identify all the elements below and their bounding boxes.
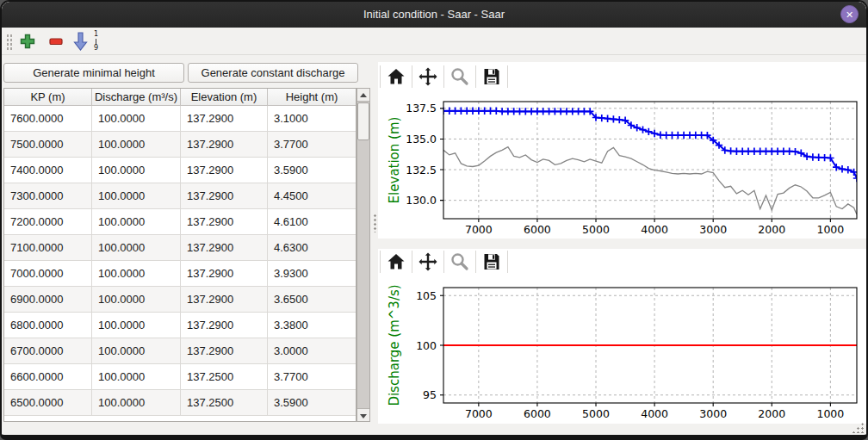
- table-cell[interactable]: 137.2900: [181, 235, 268, 261]
- table-cell[interactable]: 100.0000: [92, 235, 181, 261]
- plots-divider: [378, 239, 866, 249]
- table-cell[interactable]: 137.2900: [181, 313, 268, 338]
- table-row: 7400.0000100.0000137.29003.5900: [4, 158, 356, 183]
- table-cell[interactable]: 137.2900: [181, 209, 268, 235]
- table-cell[interactable]: 6600.0000: [4, 364, 92, 390]
- sort-descending-icon: [73, 31, 88, 52]
- table-cell[interactable]: 137.2500: [181, 364, 268, 390]
- table-cell[interactable]: 4.4500: [268, 183, 356, 209]
- column-header-1[interactable]: Discharge (m³/s): [92, 89, 181, 105]
- pan-button[interactable]: [414, 65, 442, 89]
- table-cell[interactable]: 100.0000: [92, 287, 181, 313]
- table-cell[interactable]: 100.0000: [92, 313, 181, 338]
- home-button[interactable]: [382, 250, 410, 274]
- triangle-up-icon: [360, 93, 367, 97]
- svg-text:6000: 6000: [524, 407, 551, 420]
- table-cell[interactable]: 7500.0000: [4, 132, 92, 158]
- table-cell[interactable]: 6500.0000: [4, 390, 92, 416]
- table-cell[interactable]: 3.5900: [268, 158, 356, 183]
- save-button[interactable]: [478, 65, 505, 89]
- table-scrollbar[interactable]: [356, 88, 370, 422]
- zoom-icon: [450, 66, 470, 87]
- table-cell[interactable]: 7300.0000: [4, 183, 92, 209]
- titlebar[interactable]: Initial condition - Saar - Saar ✕: [2, 2, 866, 28]
- close-button[interactable]: ✕: [840, 5, 859, 23]
- table-cell[interactable]: 100.0000: [92, 183, 181, 209]
- table-cell[interactable]: 3.0000: [268, 338, 356, 364]
- zoom-button[interactable]: [446, 250, 474, 274]
- table-cell[interactable]: 137.2900: [181, 338, 268, 364]
- zoom-button[interactable]: [446, 65, 474, 89]
- toolbar-drag-handle[interactable]: [6, 34, 12, 50]
- plots-panel: 7000600050004000300020001000130.0132.513…: [378, 62, 866, 424]
- table-cell[interactable]: 3.3800: [268, 313, 356, 338]
- table-cell[interactable]: 3.7700: [268, 132, 356, 158]
- table-cell[interactable]: 4.6300: [268, 235, 356, 261]
- table-row: 6800.0000100.0000137.29003.3800: [4, 313, 356, 338]
- table-cell[interactable]: 100.0000: [92, 390, 181, 416]
- table-cell[interactable]: 7100.0000: [4, 235, 92, 261]
- vertical-splitter-handle[interactable]: [374, 214, 376, 232]
- table-cell[interactable]: 4.6100: [268, 209, 356, 235]
- table-cell[interactable]: 6900.0000: [4, 287, 92, 313]
- generate-constant-discharge-button[interactable]: Generate constant discharge: [188, 63, 358, 83]
- table-cell[interactable]: 3.9300: [268, 261, 356, 287]
- table-cell[interactable]: 7000.0000: [4, 261, 92, 287]
- table-cell[interactable]: 100.0000: [92, 132, 181, 158]
- table-cell[interactable]: 3.7700: [268, 364, 356, 390]
- table-row: 6700.0000100.0000137.29003.0000: [4, 338, 356, 364]
- table-cell[interactable]: 7600.0000: [4, 106, 92, 132]
- pan-button[interactable]: [414, 250, 442, 274]
- column-header-3[interactable]: Height (m): [268, 89, 356, 105]
- table-cell[interactable]: 100.0000: [92, 261, 181, 287]
- table-cell[interactable]: 3.5900: [268, 390, 356, 416]
- remove-row-button[interactable]: [45, 30, 67, 53]
- save-button[interactable]: [478, 250, 505, 274]
- generate-minimal-height-button[interactable]: Generate minimal height: [3, 63, 184, 83]
- table-cell[interactable]: 100.0000: [92, 158, 181, 183]
- svg-text:7000: 7000: [465, 223, 493, 236]
- scroll-down-button[interactable]: [357, 408, 369, 421]
- table-cell[interactable]: 3.6500: [268, 287, 356, 313]
- scrollbar-thumb[interactable]: [357, 102, 369, 140]
- table-cell[interactable]: 6700.0000: [4, 338, 92, 364]
- table-row: 7000.0000100.0000137.29003.9300: [4, 261, 356, 287]
- svg-text:130.0: 130.0: [406, 194, 437, 207]
- table-cell[interactable]: 137.2900: [181, 287, 268, 313]
- svg-text:95: 95: [423, 388, 437, 401]
- column-header-2[interactable]: Elevation (m): [181, 89, 268, 105]
- table-row: 6900.0000100.0000137.29003.6500: [4, 287, 356, 313]
- toolbar-separator: [412, 251, 412, 273]
- table-cell[interactable]: 137.2500: [181, 390, 268, 416]
- table-cell[interactable]: 100.0000: [92, 106, 181, 132]
- sort-rows-button[interactable]: 1 9: [72, 30, 98, 53]
- add-row-button[interactable]: [16, 30, 39, 53]
- table-cell[interactable]: 137.2900: [181, 132, 268, 158]
- save-icon: [481, 66, 502, 87]
- table-cell[interactable]: 6800.0000: [4, 313, 92, 338]
- save-icon: [481, 251, 502, 272]
- discharge-plot-canvas[interactable]: 700060005000400030002000100095100105Disc…: [378, 276, 866, 424]
- svg-text:3000: 3000: [699, 223, 727, 236]
- table-cell[interactable]: 137.2900: [181, 261, 268, 287]
- home-button[interactable]: [382, 65, 410, 89]
- svg-text:4000: 4000: [641, 407, 668, 420]
- table-cell[interactable]: 137.2900: [181, 158, 268, 183]
- column-header-0[interactable]: KP (m): [4, 89, 92, 105]
- svg-text:2000: 2000: [758, 223, 785, 236]
- table-cell[interactable]: 100.0000: [92, 364, 181, 390]
- table-cell[interactable]: 100.0000: [92, 338, 181, 364]
- scroll-up-button[interactable]: [357, 89, 369, 102]
- table-cell[interactable]: 137.2900: [181, 183, 268, 209]
- table-cell[interactable]: 100.0000: [92, 209, 181, 235]
- toolbar-separator: [380, 65, 381, 88]
- svg-text:3000: 3000: [699, 407, 727, 420]
- table-cell[interactable]: 137.2900: [181, 106, 268, 132]
- home-icon: [386, 66, 406, 87]
- elevation-plot-canvas[interactable]: 7000600050004000300020001000130.0132.513…: [378, 90, 866, 239]
- table-cell[interactable]: 7400.0000: [4, 158, 92, 183]
- table-row: 7600.0000100.0000137.29003.1000: [4, 106, 356, 132]
- table-cell[interactable]: 7200.0000: [4, 209, 92, 235]
- table-body: 7600.0000100.0000137.29003.10007500.0000…: [4, 106, 356, 416]
- table-cell[interactable]: 3.1000: [268, 106, 356, 132]
